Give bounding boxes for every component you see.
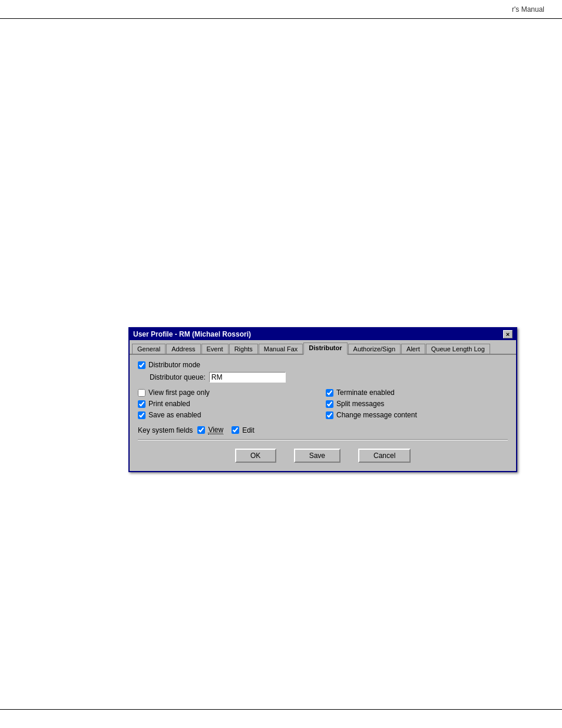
distributor-mode-checkbox[interactable] <box>138 361 146 369</box>
tab-rights[interactable]: Rights <box>229 344 258 354</box>
page-header: r's Manual <box>0 0 562 19</box>
print-enabled-label: Print enabled <box>148 400 190 408</box>
terminate-enabled-checkbox[interactable] <box>326 389 333 397</box>
terminate-enabled-label: Terminate enabled <box>336 388 395 397</box>
change-message-content-row: Change message content <box>326 411 508 419</box>
ok-button[interactable]: OK <box>235 449 276 463</box>
close-button[interactable]: × <box>503 330 513 338</box>
key-edit-row: Edit <box>232 426 254 434</box>
save-as-enabled-label: Save as enabled <box>148 411 201 419</box>
dialog-titlebar: User Profile - RM (Michael Rossori) × <box>130 328 516 340</box>
change-message-content-label: Change message content <box>336 411 417 419</box>
distributor-queue-input[interactable] <box>209 372 286 383</box>
button-row: OK Save Cancel <box>138 445 508 465</box>
dialog-title: User Profile - RM (Michael Rossori) <box>133 330 251 338</box>
right-options: Terminate enabled Split messages Change … <box>326 388 508 422</box>
key-edit-label: Edit <box>242 426 254 434</box>
key-view-label: View <box>208 426 223 434</box>
tab-event[interactable]: Event <box>201 344 229 354</box>
tab-address[interactable]: Address <box>166 344 200 354</box>
terminate-enabled-row: Terminate enabled <box>326 388 508 397</box>
key-edit-checkbox[interactable] <box>232 426 239 434</box>
tab-authorize-sign[interactable]: Authorize/Sign <box>348 344 401 354</box>
distributor-mode-row: Distributor mode <box>138 361 508 369</box>
key-system-row: Key system fields View Edit <box>138 426 508 434</box>
tab-distributor[interactable]: Distributor <box>303 342 347 355</box>
left-options: View first page only Print enabled Save … <box>138 388 320 422</box>
distributor-mode-label: Distributor mode <box>148 361 200 369</box>
print-enabled-checkbox[interactable] <box>138 400 146 408</box>
options-grid: View first page only Print enabled Save … <box>138 388 508 422</box>
key-system-label: Key system fields <box>138 426 193 434</box>
user-profile-dialog: User Profile - RM (Michael Rossori) × Ge… <box>128 327 517 472</box>
split-messages-checkbox[interactable] <box>326 400 333 408</box>
key-view-row: View <box>197 426 223 434</box>
separator <box>138 439 508 440</box>
key-system-checks: View Edit <box>197 426 254 434</box>
print-enabled-row: Print enabled <box>138 400 320 408</box>
tab-manual-fax[interactable]: Manual Fax <box>259 344 303 354</box>
split-messages-row: Split messages <box>326 400 508 408</box>
tabs-bar: General Address Event Rights Manual Fax … <box>130 340 516 355</box>
key-view-checkbox[interactable] <box>197 426 205 434</box>
save-as-enabled-row: Save as enabled <box>138 411 320 419</box>
header-text: r's Manual <box>512 5 544 14</box>
dialog-body: Distributor mode Distributor queue: View… <box>130 355 516 471</box>
tab-queue-length-log[interactable]: Queue Length Log <box>426 344 490 354</box>
distributor-queue-row: Distributor queue: <box>150 372 508 383</box>
tab-alert[interactable]: Alert <box>401 344 425 354</box>
split-messages-label: Split messages <box>336 400 384 408</box>
cancel-button[interactable]: Cancel <box>358 449 411 463</box>
tab-general[interactable]: General <box>132 344 166 354</box>
save-button[interactable]: Save <box>294 449 340 463</box>
view-first-page-checkbox[interactable] <box>138 389 146 397</box>
page-footer <box>0 709 562 728</box>
view-first-page-label: View first page only <box>148 388 210 397</box>
distributor-queue-label: Distributor queue: <box>150 373 206 381</box>
change-message-content-checkbox[interactable] <box>326 411 333 419</box>
dialog-wrapper: User Profile - RM (Michael Rossori) × Ge… <box>128 327 517 472</box>
view-first-page-row: View first page only <box>138 388 320 397</box>
save-as-enabled-checkbox[interactable] <box>138 411 146 419</box>
